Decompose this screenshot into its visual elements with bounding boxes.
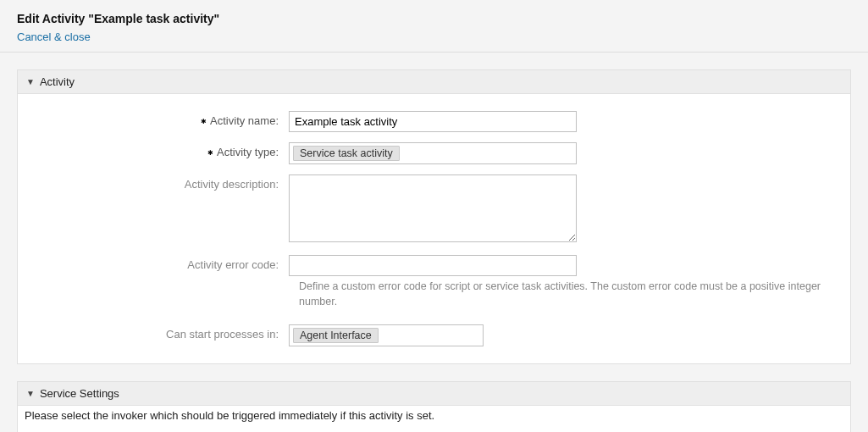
activity-error-code-input[interactable] [289, 255, 577, 276]
can-start-value: Agent Interface [293, 328, 379, 343]
activity-name-input[interactable] [289, 111, 577, 132]
label-activity-name: Activity name: [35, 111, 289, 127]
row-activity-type: Activity type: Service task activity [35, 142, 833, 164]
row-activity-name: Activity name: [35, 111, 833, 132]
page-header: Edit Activity "Example task activity" Ca… [0, 0, 868, 53]
panel-service-body: Please select the invoker which should b… [18, 406, 850, 432]
chevron-down-icon: ▼ [26, 389, 35, 398]
activity-description-textarea[interactable] [289, 174, 577, 242]
activity-type-select[interactable]: Service task activity [289, 142, 577, 164]
chevron-down-icon: ▼ [26, 77, 35, 86]
panel-activity: ▼ Activity Activity name: Activity type:… [17, 69, 851, 364]
row-activity-description: Activity description: [35, 174, 833, 245]
row-can-start: Can start processes in: Agent Interface [35, 324, 833, 346]
label-activity-error-code: Activity error code: [35, 255, 289, 271]
panel-service-title: Service Settings [40, 387, 119, 400]
cancel-close-link[interactable]: Cancel & close [17, 30, 91, 43]
label-can-start: Can start processes in: [35, 324, 289, 341]
page-title: Edit Activity "Example task activity" [17, 12, 851, 25]
label-activity-type: Activity type: [35, 142, 289, 158]
row-activity-error-code: Activity error code: [35, 255, 833, 276]
panel-service-settings: ▼ Service Settings Please select the inv… [17, 381, 851, 432]
panel-activity-body: Activity name: Activity type: Service ta… [18, 94, 850, 363]
activity-type-value: Service task activity [293, 146, 400, 161]
panel-service-header[interactable]: ▼ Service Settings [18, 382, 850, 406]
panel-activity-title: Activity [40, 75, 75, 88]
can-start-select[interactable]: Agent Interface [289, 324, 484, 346]
panel-activity-header[interactable]: ▼ Activity [18, 70, 850, 94]
label-activity-description: Activity description: [35, 174, 289, 191]
help-activity-error-code: Define a custom error code for script or… [299, 280, 833, 309]
service-intro-text: Please select the invoker which should b… [25, 409, 843, 422]
page: Edit Activity "Example task activity" Ca… [0, 0, 868, 432]
